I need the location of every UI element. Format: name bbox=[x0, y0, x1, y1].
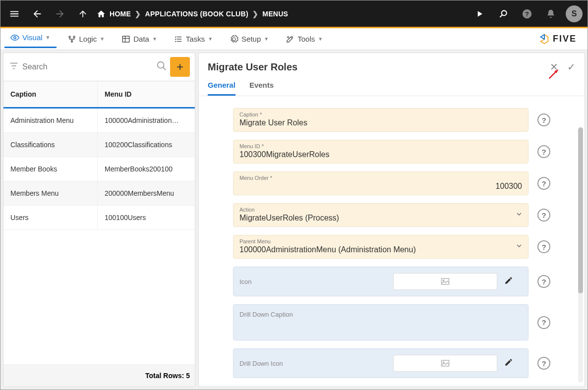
up-icon[interactable] bbox=[74, 5, 92, 23]
icon-field[interactable]: Icon bbox=[233, 267, 529, 296]
table-row[interactable]: Users100100Users bbox=[3, 206, 195, 230]
chevron-down-icon: ▼ bbox=[208, 36, 213, 42]
help-icon[interactable]: ? bbox=[537, 113, 550, 126]
svg-marker-15 bbox=[541, 34, 544, 39]
page-title: Migrate User Roles bbox=[208, 61, 297, 73]
tab-logic[interactable]: Logic▼ bbox=[61, 32, 111, 47]
help-icon[interactable]: ? bbox=[537, 240, 550, 253]
top-bar: HOME ❯ APPLICATIONS (BOOK CLUB) ❯ MENUS … bbox=[0, 0, 588, 28]
menuorder-field[interactable]: Menu Order * 100300 bbox=[233, 171, 529, 195]
crumb-menus[interactable]: MENUS bbox=[262, 10, 288, 18]
tab-setup[interactable]: Setup▼ bbox=[224, 32, 275, 47]
help-icon[interactable]: ? bbox=[518, 5, 536, 23]
svg-line-1 bbox=[500, 14, 502, 17]
help-icon[interactable]: ? bbox=[537, 357, 550, 370]
chevron-down-icon: ▼ bbox=[318, 36, 323, 42]
crumb-applications[interactable]: APPLICATIONS (BOOK CLUB) bbox=[145, 10, 248, 18]
svg-rect-8 bbox=[123, 36, 130, 42]
left-panel: + Caption Menu ID Administration Menu100… bbox=[3, 53, 195, 387]
gear-icon bbox=[230, 35, 238, 44]
breadcrumb: HOME ❯ APPLICATIONS (BOOK CLUB) ❯ MENUS bbox=[97, 9, 288, 18]
table-row[interactable]: Classifications100200Classifications bbox=[3, 133, 195, 157]
col-caption[interactable]: Caption bbox=[3, 81, 98, 107]
cell-caption: Members Menu bbox=[3, 181, 98, 205]
chevron-down-icon: ▼ bbox=[152, 36, 157, 42]
chevron-down-icon: ▼ bbox=[100, 36, 105, 42]
help-icon[interactable]: ? bbox=[537, 316, 550, 329]
chevron-right-icon: ❯ bbox=[252, 10, 258, 18]
right-panel: Migrate User Roles ✕ ✓ General Events Ca… bbox=[198, 53, 585, 387]
cell-menuid: 100100Users bbox=[98, 206, 195, 229]
cell-menuid: MemberBooks200100 bbox=[98, 157, 195, 181]
tab-tools[interactable]: Tools▼ bbox=[280, 32, 329, 47]
image-placeholder-icon bbox=[393, 355, 497, 372]
drilldown-caption-field[interactable]: Drill Down Caption bbox=[233, 304, 529, 340]
edit-icon[interactable] bbox=[504, 276, 513, 287]
svg-line-20 bbox=[163, 67, 166, 70]
svg-point-19 bbox=[158, 62, 164, 68]
home-icon bbox=[97, 9, 106, 18]
eye-icon bbox=[10, 33, 19, 42]
filter-icon[interactable] bbox=[8, 60, 19, 73]
table-row[interactable]: Member BooksMemberBooks200100 bbox=[3, 157, 195, 181]
cell-menuid: 100200Classifications bbox=[98, 133, 195, 157]
data-icon bbox=[121, 35, 130, 44]
logo-icon bbox=[539, 34, 550, 45]
edit-icon[interactable] bbox=[504, 358, 513, 369]
help-icon[interactable]: ? bbox=[537, 275, 550, 288]
add-button[interactable]: + bbox=[170, 57, 190, 77]
save-check-icon[interactable]: ✓ bbox=[567, 61, 576, 73]
avatar[interactable]: S bbox=[566, 5, 583, 22]
chevron-down-icon: ▼ bbox=[264, 36, 269, 42]
caption-field[interactable]: Caption * Migrate User Roles bbox=[233, 108, 529, 132]
scrollbar[interactable] bbox=[578, 127, 583, 383]
brand-logo: FIVE bbox=[539, 34, 584, 45]
chevron-down-icon: ▼ bbox=[46, 35, 51, 40]
tools-icon bbox=[286, 35, 294, 44]
menu-icon[interactable] bbox=[5, 5, 23, 23]
menuid-field[interactable]: Menu ID * 100300MigrateUserRoles bbox=[233, 140, 529, 164]
svg-point-5 bbox=[69, 36, 70, 38]
play-icon[interactable] bbox=[470, 5, 488, 23]
search-input[interactable] bbox=[22, 62, 153, 71]
cell-caption: Classifications bbox=[3, 133, 98, 157]
tab-general[interactable]: General bbox=[208, 77, 235, 96]
svg-point-6 bbox=[73, 36, 75, 38]
help-icon[interactable]: ? bbox=[537, 145, 550, 158]
svg-point-4 bbox=[14, 36, 16, 39]
tab-visual[interactable]: Visual▼ bbox=[4, 30, 57, 48]
col-menuid[interactable]: Menu ID bbox=[98, 81, 195, 107]
help-icon[interactable]: ? bbox=[537, 209, 550, 222]
image-placeholder-icon bbox=[393, 273, 497, 290]
cell-menuid: 100000Administration… bbox=[98, 109, 195, 132]
total-rows: Total Rows: 5 bbox=[3, 364, 195, 387]
search-icon[interactable] bbox=[156, 60, 167, 73]
table-row[interactable]: Administration Menu100000Administration… bbox=[3, 109, 195, 133]
logic-icon bbox=[67, 35, 76, 44]
bell-icon[interactable] bbox=[542, 5, 560, 23]
parent-menu-field[interactable]: Parent Menu 100000AdministrationMenu (Ad… bbox=[233, 235, 529, 259]
table-header: Caption Menu ID bbox=[3, 81, 195, 109]
tasks-icon bbox=[174, 35, 183, 44]
cell-caption: Member Books bbox=[3, 157, 98, 181]
cell-caption: Users bbox=[3, 206, 98, 229]
menu-bar: Visual▼ Logic▼ Data▼ Tasks▼ Setup▼ Tools… bbox=[0, 28, 588, 50]
svg-point-7 bbox=[71, 41, 72, 42]
chevron-down-icon bbox=[515, 242, 523, 252]
table-row[interactable]: Members Menu200000MembersMenu bbox=[3, 181, 195, 206]
crumb-home[interactable]: HOME bbox=[110, 10, 131, 18]
tab-tasks[interactable]: Tasks▼ bbox=[168, 32, 219, 47]
close-icon[interactable]: ✕ bbox=[550, 61, 558, 73]
tab-data[interactable]: Data▼ bbox=[116, 32, 163, 47]
back-icon[interactable] bbox=[28, 5, 46, 23]
chevron-right-icon: ❯ bbox=[135, 10, 141, 18]
drilldown-icon-field[interactable]: Drill Down Icon bbox=[233, 348, 529, 378]
search-global-icon[interactable] bbox=[494, 5, 512, 23]
chevron-down-icon bbox=[515, 210, 523, 220]
forward-icon bbox=[51, 5, 69, 23]
cell-menuid: 200000MembersMenu bbox=[98, 181, 195, 205]
help-icon[interactable]: ? bbox=[537, 177, 550, 190]
tab-events[interactable]: Events bbox=[249, 77, 274, 96]
svg-text:?: ? bbox=[525, 10, 529, 17]
action-field[interactable]: Action MigrateUserRoles (Process) bbox=[233, 203, 529, 227]
